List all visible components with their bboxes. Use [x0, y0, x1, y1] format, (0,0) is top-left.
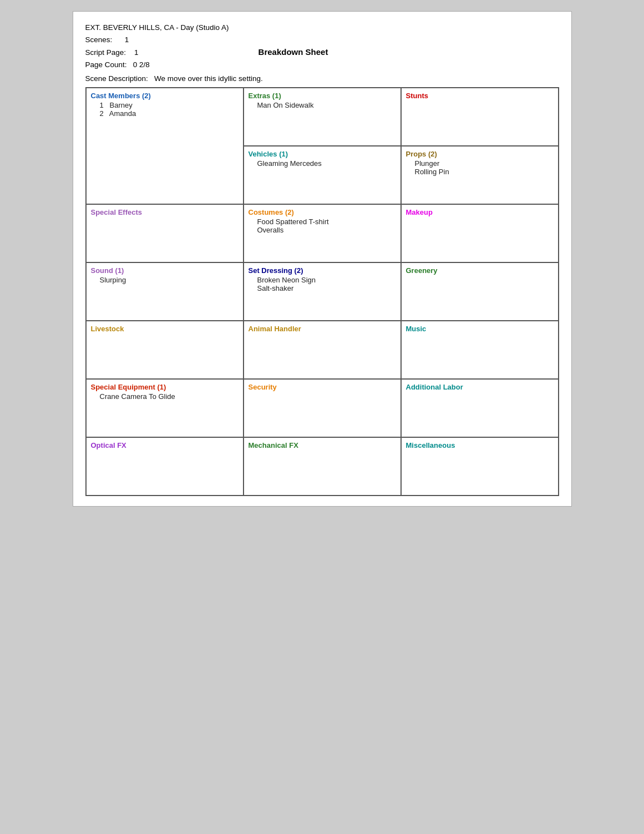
set-dressing-item-2: Salt-shaker: [249, 284, 396, 292]
vehicles-cell: Vehicles (1) Gleaming Mercedes: [244, 146, 402, 205]
props-header: Props (2): [406, 150, 554, 158]
greenery-header: Greenery: [406, 266, 554, 275]
miscellaneous-header: Miscellaneous: [406, 441, 554, 449]
script-page-label: Script Page:: [85, 48, 126, 57]
additional-labor-cell: Additional Labor: [402, 380, 559, 438]
special-equipment-cell: Special Equipment (1) Crane Camera To Gl…: [87, 380, 244, 438]
script-page-value: 1: [134, 48, 139, 57]
extras-item-1: Man On Sidewalk: [249, 101, 396, 109]
costumes-cell: Costumes (2) Food Spattered T-shirt Over…: [244, 205, 402, 263]
special-equipment-header: Special Equipment (1): [91, 383, 239, 391]
extras-header: Extras (1): [249, 92, 396, 100]
scene-description: Scene Description: We move over this idy…: [85, 74, 559, 83]
props-cell: Props (2) Plunger Rolling Pin: [402, 146, 559, 205]
scene-desc-value: We move over this idyllic setting.: [154, 74, 263, 83]
scenes-value: 1: [125, 36, 129, 44]
set-dressing-item-1: Broken Neon Sign: [249, 276, 396, 284]
page-count-line: Page Count: 0 2/8: [85, 59, 559, 71]
stunts-header: Stunts: [406, 92, 554, 100]
special-effects-cell: Special Effects: [87, 205, 244, 263]
mechanical-fx-header: Mechanical FX: [249, 441, 396, 449]
security-cell: Security: [244, 380, 402, 438]
special-equipment-item-1: Crane Camera To Glide: [91, 392, 239, 401]
sound-header: Sound (1): [91, 266, 239, 275]
stunts-cell: Stunts: [402, 88, 559, 146]
optical-fx-header: Optical FX: [91, 441, 239, 449]
breakdown-title: Breakdown Sheet: [258, 46, 328, 59]
breakdown-sheet: EXT. BEVERLY HILLS, CA - Day (Studio A) …: [73, 11, 572, 507]
location-line: EXT. BEVERLY HILLS, CA - Day (Studio A): [85, 22, 559, 34]
sound-cell: Sound (1) Slurping: [87, 263, 244, 321]
greenery-cell: Greenery: [402, 263, 559, 321]
vehicles-item-1: Gleaming Mercedes: [249, 159, 396, 168]
special-effects-header: Special Effects: [91, 208, 239, 216]
makeup-cell: Makeup: [402, 205, 559, 263]
animal-handler-header: Animal Handler: [249, 325, 396, 333]
sound-item-1: Slurping: [91, 276, 239, 284]
security-header: Security: [249, 383, 396, 391]
mechanical-fx-cell: Mechanical FX: [244, 438, 402, 496]
props-item-2: Rolling Pin: [406, 168, 554, 176]
miscellaneous-cell: Miscellaneous: [402, 438, 559, 496]
extras-cell: Extras (1) Man On Sidewalk: [244, 88, 402, 146]
location: EXT. BEVERLY HILLS, CA - Day (Studio A): [85, 23, 229, 32]
cast-item-1: 1 Barney: [91, 101, 239, 109]
cast-header: Cast Members (2): [91, 92, 239, 100]
set-dressing-cell: Set Dressing (2) Broken Neon Sign Salt-s…: [244, 263, 402, 321]
props-item-1: Plunger: [406, 159, 554, 168]
header-section: EXT. BEVERLY HILLS, CA - Day (Studio A) …: [85, 22, 559, 71]
page-count-value: 0 2/8: [133, 60, 150, 69]
costumes-item-1: Food Spattered T-shirt: [249, 218, 396, 226]
makeup-header: Makeup: [406, 208, 554, 216]
scenes-line: Scenes: 1: [85, 34, 559, 46]
scenes-label: Scenes:: [85, 36, 113, 44]
script-page-line: Script Page: 1: [85, 47, 139, 59]
breakdown-grid: Cast Members (2) 1 Barney 2 Amanda Extra…: [85, 87, 559, 496]
animal-handler-cell: Animal Handler: [244, 321, 402, 380]
music-header: Music: [406, 325, 554, 333]
page-count-label: Page Count:: [85, 60, 127, 69]
scene-desc-label: Scene Description:: [85, 74, 148, 83]
cast-cell: Cast Members (2) 1 Barney 2 Amanda: [87, 88, 244, 205]
costumes-item-2: Overalls: [249, 226, 396, 234]
costumes-header: Costumes (2): [249, 208, 396, 216]
music-cell: Music: [402, 321, 559, 380]
livestock-cell: Livestock: [87, 321, 244, 380]
cast-item-2: 2 Amanda: [91, 109, 239, 118]
livestock-header: Livestock: [91, 325, 239, 333]
set-dressing-header: Set Dressing (2): [249, 266, 396, 275]
optical-fx-cell: Optical FX: [87, 438, 244, 496]
additional-labor-header: Additional Labor: [406, 383, 554, 391]
script-page-row: Script Page: 1 Breakdown Sheet: [85, 46, 559, 59]
vehicles-header: Vehicles (1): [249, 150, 396, 158]
